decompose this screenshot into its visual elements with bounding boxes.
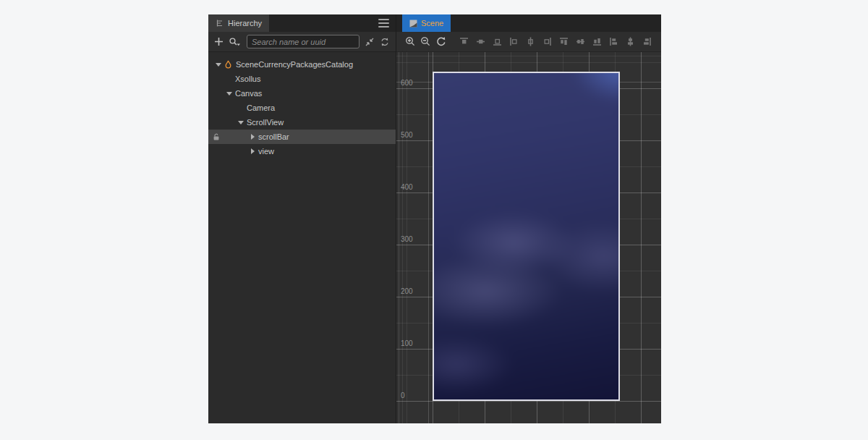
distribute-top-icon[interactable] — [558, 36, 569, 47]
distribute-left-icon[interactable] — [608, 36, 619, 47]
tree-item-label: SceneCurrencyPackagesCatalog — [236, 60, 353, 69]
align-bottom-icon[interactable] — [492, 36, 503, 47]
hierarchy-tab-bar: Hierarchy — [208, 14, 396, 32]
ruler-label: 300 — [401, 235, 413, 243]
tree-item-camera[interactable]: Camera — [208, 101, 396, 115]
zoom-tools — [405, 36, 446, 47]
scene-image-icon — [409, 20, 417, 28]
tree-item-label: Camera — [247, 103, 275, 112]
hierarchy-tree-icon — [216, 19, 224, 28]
hierarchy-toolbar — [208, 32, 396, 52]
tree-item-label: scrollBar — [258, 132, 289, 141]
expand-arrow[interactable] — [248, 132, 257, 141]
scene-viewport[interactable]: 600 500 400 300 200 100 0 — [396, 52, 661, 423]
tree-item-label: Canvas — [235, 89, 262, 98]
canvas-content-image — [433, 72, 620, 401]
ruler-label: 500 — [401, 131, 413, 139]
expand-arrow[interactable] — [237, 118, 245, 127]
unlock-icon[interactable] — [212, 132, 221, 141]
hamburger-icon[interactable] — [378, 19, 389, 28]
plus-icon[interactable] — [214, 37, 224, 46]
tree-item-label: ScrollView — [247, 118, 284, 127]
tree-item-canvas[interactable]: Canvas — [208, 86, 396, 101]
distribute-bottom-icon[interactable] — [592, 36, 603, 47]
distribute-vertical-center-icon[interactable] — [575, 36, 586, 47]
editor-window: Hierarchy — [208, 14, 658, 423]
tab-hierarchy-label: Hierarchy — [228, 19, 262, 28]
ruler-label: 600 — [401, 79, 413, 87]
scene-canvas[interactable] — [433, 72, 620, 401]
expand-arrow[interactable] — [248, 147, 257, 156]
distribute-right-icon[interactable] — [642, 36, 652, 47]
collapse-all-icon[interactable] — [365, 37, 375, 47]
scene-toolbar — [396, 32, 661, 52]
tree-item-scene-root[interactable]: SceneCurrencyPackagesCatalog — [208, 57, 396, 72]
tree-item-view[interactable]: view — [208, 144, 396, 158]
tree-item-scrollbar[interactable]: scrollBar — [208, 130, 396, 144]
reset-rotation-icon[interactable] — [435, 36, 446, 47]
zoom-in-icon[interactable] — [405, 36, 416, 47]
align-horizontal-center-icon[interactable] — [525, 36, 536, 47]
ruler-label: 400 — [401, 183, 413, 191]
align-right-icon[interactable] — [542, 36, 553, 47]
tab-scene-label: Scene — [421, 19, 443, 28]
expand-arrow[interactable] — [225, 89, 234, 98]
tree-item-label: Xsollus — [235, 75, 260, 83]
distribute-horizontal-center-icon[interactable] — [625, 36, 636, 47]
align-top-icon[interactable] — [459, 36, 469, 47]
desktop-background: Hierarchy — [0, 0, 868, 440]
search-input[interactable] — [247, 35, 359, 48]
hierarchy-tree: SceneCurrencyPackagesCatalog Xsollus Can… — [208, 52, 396, 423]
tree-item-label: view — [258, 147, 274, 156]
align-left-icon[interactable] — [509, 36, 519, 47]
search-dropdown-icon[interactable] — [229, 37, 242, 47]
scene-panel: Scene — [396, 14, 661, 423]
ruler-label: 0 — [401, 392, 405, 399]
hierarchy-panel: Hierarchy — [208, 14, 396, 423]
tab-hierarchy[interactable]: Hierarchy — [208, 14, 269, 32]
align-tools — [459, 36, 652, 47]
tree-item-xsollus[interactable]: Xsollus — [208, 72, 396, 86]
refresh-icon[interactable] — [380, 37, 390, 47]
ruler-label: 200 — [401, 287, 413, 295]
align-vertical-center-icon[interactable] — [475, 36, 486, 47]
scene-tab-bar: Scene — [396, 14, 661, 32]
expand-arrow[interactable] — [214, 60, 223, 69]
flame-icon — [223, 59, 233, 69]
ruler-label: 100 — [401, 339, 413, 347]
tab-scene[interactable]: Scene — [402, 14, 451, 32]
zoom-out-icon[interactable] — [420, 36, 431, 47]
tree-item-scrollview[interactable]: ScrollView — [208, 115, 396, 130]
